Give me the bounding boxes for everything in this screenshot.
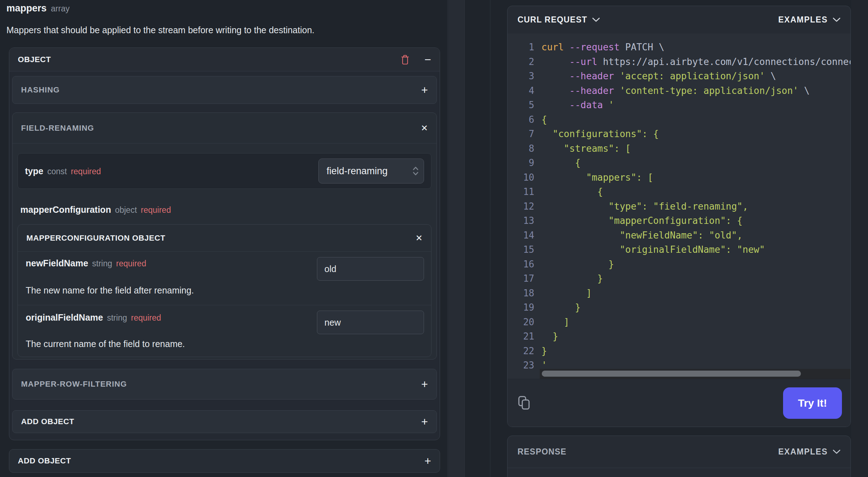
mapper-configuration-kind: object	[115, 205, 137, 215]
code-line: 3 --header 'accept: application/json' \	[508, 69, 851, 84]
trash-icon[interactable]	[400, 54, 410, 65]
object-header[interactable]: OBJECT −	[9, 48, 440, 71]
line-number: 8	[508, 141, 534, 156]
code-text: }	[534, 300, 581, 315]
line-number: 17	[508, 271, 534, 286]
code-line: 17 }	[508, 271, 851, 286]
code-line: 18 ]	[508, 286, 851, 301]
horizontal-scrollbar-thumb[interactable]	[542, 371, 801, 377]
code-text: "originalFieldName": "new"	[534, 242, 765, 257]
mapper-configuration-card-header[interactable]: MAPPERCONFIGURATION OBJECT ✕	[18, 225, 431, 252]
code-line: 19 }	[508, 300, 851, 315]
line-number: 6	[508, 112, 534, 127]
request-examples-dropdown[interactable]: EXAMPLES	[778, 15, 841, 25]
field-renaming-close-button[interactable]: ✕	[421, 124, 428, 132]
field-title-type: array	[51, 4, 70, 13]
code-block[interactable]: 1curl --request PATCH \2 --url https://a…	[508, 34, 851, 379]
column-divider	[490, 0, 490, 477]
code-text: "mapperConfiguration": {	[534, 214, 743, 228]
stepper-icon	[413, 166, 419, 176]
code-line: 5 --data '	[508, 98, 851, 112]
code-lines: 1curl --request PATCH \2 --url https://a…	[508, 40, 851, 373]
type-kind: const	[47, 167, 67, 176]
line-number: 21	[508, 329, 534, 344]
original-field-name-label: originalFieldName	[26, 312, 103, 323]
horizontal-scrollbar[interactable]	[540, 369, 851, 379]
response-examples-label: EXAMPLES	[778, 447, 828, 457]
column-scrollbar-gutter[interactable]	[448, 0, 465, 477]
code-line: 12 "type": "field-renaming",	[508, 199, 851, 214]
hashing-expand-button[interactable]: +	[421, 84, 428, 96]
code-line: 4 --header 'content-type: application/js…	[508, 84, 851, 98]
object-header-label: OBJECT	[18, 55, 51, 64]
schema-column: mappersarray Mappers that should be appl…	[0, 0, 448, 477]
add-object-inner-button[interactable]: +	[421, 416, 428, 427]
code-text: }	[534, 271, 603, 286]
mapper-configuration-required-badge: required	[141, 205, 171, 215]
code-text: }	[534, 344, 547, 358]
line-number: 11	[508, 185, 534, 199]
original-field-name-kind: string	[107, 313, 127, 323]
line-number: 3	[508, 69, 534, 84]
code-line: 22}	[508, 344, 851, 358]
mapper-configuration-card-title: MAPPERCONFIGURATION OBJECT	[26, 234, 165, 243]
mapper-row-filtering-card[interactable]: MAPPER-ROW-FILTERING +	[12, 369, 437, 400]
add-object-inner-card[interactable]: ADD OBJECT +	[12, 410, 437, 433]
code-text: "type": "field-renaming",	[534, 199, 748, 214]
original-field-name-input[interactable]	[317, 311, 424, 334]
new-field-name-required-badge: required	[116, 259, 146, 268]
line-number: 16	[508, 257, 534, 272]
code-line: 8 "streams": [	[508, 141, 851, 156]
code-text: "configurations": {	[534, 127, 659, 141]
line-number: 23	[508, 358, 534, 373]
response-examples-dropdown[interactable]: EXAMPLES	[778, 447, 841, 457]
copy-icon	[518, 395, 531, 411]
code-line: 20 ]	[508, 315, 851, 330]
field-renaming-header[interactable]: FIELD-RENAMING ✕	[12, 113, 436, 144]
new-field-name-kind: string	[92, 259, 112, 268]
code-text: {	[534, 112, 547, 127]
code-line: 1curl --request PATCH \	[508, 40, 851, 55]
original-field-name-row: originalFieldName string required The cu…	[18, 305, 431, 357]
line-number: 18	[508, 286, 534, 301]
new-field-name-row: newFieldName string required The new nam…	[18, 252, 431, 305]
code-text: "newFieldName": "old",	[534, 228, 743, 243]
add-object-outer-card[interactable]: ADD OBJECT +	[9, 449, 440, 473]
line-number: 4	[508, 84, 534, 98]
code-line: 16 }	[508, 257, 851, 272]
curl-request-footer: Try It!	[508, 379, 851, 427]
hashing-label: HASHING	[21, 85, 60, 95]
copy-button[interactable]	[518, 395, 531, 411]
hashing-card[interactable]: HASHING +	[12, 76, 437, 104]
line-number: 12	[508, 199, 534, 214]
code-text: curl --request PATCH \	[534, 40, 664, 55]
curl-request-dropdown[interactable]: CURL REQUEST	[518, 15, 600, 25]
response-title: RESPONSE	[518, 447, 566, 457]
line-number: 1	[508, 40, 534, 55]
code-line: 11 {	[508, 185, 851, 199]
response-header: RESPONSE EXAMPLES	[508, 436, 851, 468]
mapper-configuration-name: mapperConfiguration	[20, 205, 111, 215]
mapper-row-filtering-expand-button[interactable]: +	[421, 378, 428, 390]
type-select[interactable]: field-renaming	[318, 159, 424, 184]
object-wrapper: OBJECT − HASHING + FIELD-RENAMING ✕	[9, 47, 440, 440]
line-number: 19	[508, 300, 534, 315]
mapper-configuration-close-button[interactable]: ✕	[415, 234, 423, 242]
new-field-name-input[interactable]	[317, 257, 424, 281]
code-text: --header 'content-type: application/json…	[534, 84, 809, 98]
add-object-outer-button[interactable]: +	[424, 455, 431, 467]
collapse-button[interactable]: −	[424, 54, 431, 65]
code-line: 7 "configurations": {	[508, 127, 851, 141]
add-object-inner-label: ADD OBJECT	[21, 417, 74, 426]
try-it-button[interactable]: Try It!	[783, 387, 842, 419]
code-line: 9 {	[508, 156, 851, 170]
field-title: mappersarray	[6, 3, 70, 14]
page-right-gutter	[851, 0, 868, 477]
code-text: "streams": [	[534, 141, 631, 156]
line-number: 22	[508, 344, 534, 358]
code-line: 10 "mappers": [	[508, 170, 851, 185]
code-line: 15 "originalFieldName": "new"	[508, 242, 851, 257]
mapper-configuration-card: MAPPERCONFIGURATION OBJECT ✕ newFieldNam…	[17, 224, 432, 357]
code-text: ]	[534, 315, 569, 330]
add-object-outer-label: ADD OBJECT	[18, 456, 71, 466]
